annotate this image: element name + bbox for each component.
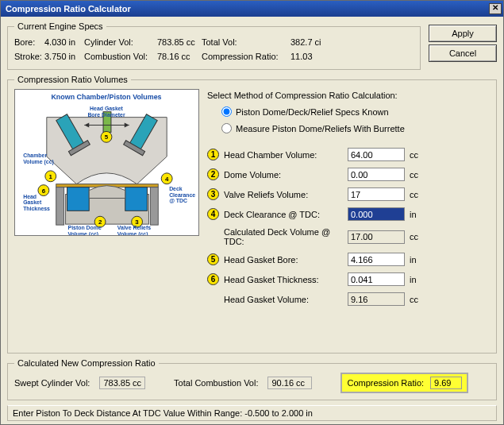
apply-button[interactable]: Apply (429, 25, 497, 42)
cr-result-box: Compression Ratio: 9.69 (340, 373, 468, 393)
head-chamber-label: Head Chamber Volume: (224, 150, 343, 160)
gasket-bore-unit: in (410, 255, 424, 265)
stroke-value: 3.750 in (44, 52, 84, 61)
result-legend: Calculated New Compression Ratio (14, 358, 159, 368)
stroke-label: Stroke: (14, 52, 44, 61)
gasket-thk-unit: in (410, 275, 424, 284)
gasket-bore-input[interactable] (348, 253, 405, 266)
close-button[interactable]: ✕ (489, 3, 502, 14)
swept-label: Swept Cylinder Vol: (14, 378, 90, 388)
engine-diagram: Known Chamber/Piston Volumes (14, 89, 199, 236)
marker-3-icon: 3 (207, 188, 219, 200)
reliefs-unit: cc (410, 190, 424, 199)
calc-deck-label: Calculated Deck Volume @ TDC: (224, 227, 343, 246)
gasket-bore-label: Head Gasket Bore: (224, 255, 343, 265)
svg-text:Piston DomeVolume (cc): Piston DomeVolume (cc) (68, 225, 102, 235)
cylvol-label: Cylinder Vol: (84, 37, 157, 47)
window-title: Compression Ratio Calculator (6, 4, 131, 14)
cr-result-value: 9.69 (430, 377, 462, 389)
combvol-label: Combustion Vol: (84, 52, 157, 61)
svg-text:6: 6 (42, 187, 46, 195)
comb-label: Total Combustion Vol: (174, 378, 258, 388)
totalvol-label: Total Vol: (202, 37, 290, 47)
svg-text:DeckClearance@ TDC: DeckClearance@ TDC (169, 186, 195, 204)
svg-rect-6 (56, 187, 64, 225)
current-engine-specs: Current Engine Specs Bore: 4.030 in Cyli… (7, 21, 421, 70)
status-bar: Enter Piston To Deck Distance At TDC Val… (7, 405, 497, 421)
calculated-new-cr: Calculated New Compression Ratio Swept C… (7, 358, 497, 400)
swept-value: 783.85 cc (99, 377, 145, 389)
radio-burrette-input[interactable] (221, 123, 232, 133)
gasket-vol-output (348, 292, 405, 306)
diagram-title-text: Known Chamber/Piston Volumes (51, 93, 161, 101)
volumes-legend: Compression Ratio Volumes (14, 75, 131, 84)
reliefs-label: Valve Reliefs Volume: (224, 190, 343, 199)
svg-text:5: 5 (105, 133, 109, 141)
gasket-vol-unit: cc (410, 295, 424, 304)
method-label: Select Method of Compression Ratio Calcu… (207, 91, 490, 100)
marker-2-icon: 2 (207, 168, 219, 180)
marker-5-icon: 5 (207, 253, 219, 265)
deck-clr-unit: in (410, 210, 424, 219)
dome-unit: cc (410, 170, 424, 180)
dome-input[interactable] (348, 168, 405, 181)
cr-label: Compression Ratio: (202, 52, 290, 61)
marker-1-icon: 1 (207, 149, 219, 160)
radio-specs-known-input[interactable] (221, 106, 232, 117)
gasket-thk-input[interactable] (348, 272, 405, 286)
svg-text:Head GasketBore Diameter: Head GasketBore Diameter (87, 106, 125, 118)
svg-text:1: 1 (49, 173, 53, 180)
deck-clr-label: Deck Clearance @ TDC: (224, 210, 343, 219)
cylvol-value: 783.85 cc (157, 37, 202, 47)
calc-deck-output (348, 230, 405, 244)
titlebar: Compression Ratio Calculator ✕ (1, 1, 503, 17)
cr-result-label: Compression Ratio: (347, 378, 424, 388)
cancel-button[interactable]: Cancel (429, 44, 497, 62)
combvol-value: 78.16 cc (157, 52, 202, 61)
specs-legend: Current Engine Specs (14, 21, 106, 31)
reliefs-input[interactable] (348, 187, 405, 201)
gasket-thk-label: Head Gasket Thickness: (224, 275, 343, 284)
radio-burrette[interactable]: Measure Piston Dome/Reliefs With Burrett… (221, 123, 490, 133)
cr-value: 11.03 (290, 52, 330, 61)
head-chamber-unit: cc (410, 150, 424, 160)
radio-specs-known[interactable]: Piston Dome/Deck/Relief Specs Known (221, 106, 490, 117)
totalvol-value: 382.7 ci (290, 37, 330, 47)
svg-text:4: 4 (165, 176, 169, 183)
marker-4-icon: 4 (207, 208, 219, 220)
calc-deck-unit: cc (410, 232, 424, 241)
head-chamber-input[interactable] (348, 148, 405, 161)
bore-value: 4.030 in (44, 37, 84, 47)
gasket-vol-label: Head Gasket Volume: (224, 295, 343, 304)
marker-6-icon: 6 (207, 273, 219, 285)
svg-rect-10 (125, 187, 148, 211)
compression-ratio-volumes: Compression Ratio Volumes Known Chamber/… (7, 75, 497, 354)
bore-label: Bore: (14, 37, 44, 47)
dome-label: Dome Volume: (224, 170, 343, 180)
svg-rect-7 (150, 187, 158, 225)
comb-value: 90.16 cc (267, 377, 312, 389)
window: Compression Ratio Calculator ✕ Current E… (0, 0, 504, 425)
svg-text:Valve ReliefsVolume (cc): Valve ReliefsVolume (cc) (117, 225, 151, 235)
deck-clr-input[interactable] (348, 207, 405, 221)
svg-text:HeadGasketThickness: HeadGasketThickness (23, 194, 50, 212)
svg-rect-9 (67, 187, 90, 211)
